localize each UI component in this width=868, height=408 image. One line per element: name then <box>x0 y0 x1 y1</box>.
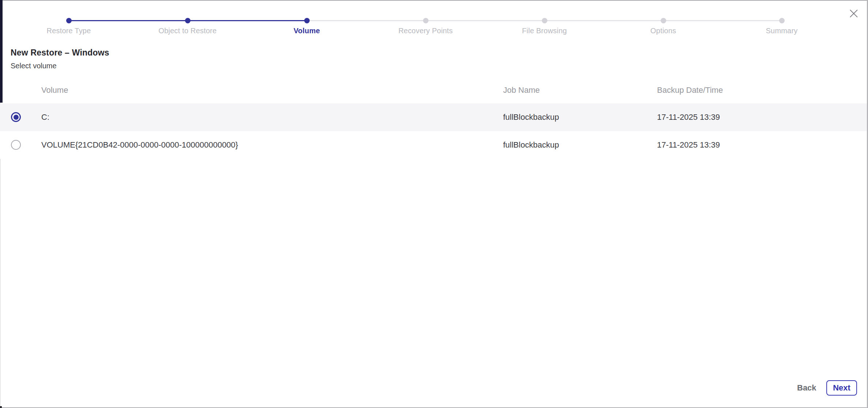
step-label: Summary <box>766 27 798 35</box>
step-dot-icon <box>304 18 310 23</box>
cell-backup-datetime: 17-11-2025 13:39 <box>657 103 720 131</box>
dialog-top-border <box>0 0 868 1</box>
step-label: Object to Restore <box>158 27 216 35</box>
step-dot-icon <box>185 18 190 23</box>
radio-button[interactable] <box>11 140 21 150</box>
radio-button[interactable] <box>11 112 21 122</box>
column-header-volume: Volume <box>41 85 68 96</box>
column-header-backup-datetime: Backup Date/Time <box>657 85 723 96</box>
step-dot-icon <box>542 18 547 23</box>
table-row-volume-guid[interactable]: VOLUME{21CD0B42-0000-0000-0000-100000000… <box>0 131 867 159</box>
next-button[interactable]: Next <box>826 380 857 396</box>
page-subtitle: Select volume <box>11 62 57 70</box>
step-dot-icon <box>66 18 72 23</box>
close-icon[interactable] <box>848 8 859 19</box>
column-header-job-name: Job Name <box>503 85 540 96</box>
background-page-sliver <box>0 0 3 103</box>
table-row-volume-c[interactable]: C: fullBlockbackup 17-11-2025 13:39 <box>0 103 867 131</box>
step-label: Volume <box>294 27 320 35</box>
cell-volume: C: <box>41 103 49 131</box>
step-label: Restore Type <box>47 27 91 35</box>
step-label: Options <box>650 27 676 35</box>
step-dot-icon <box>779 18 785 23</box>
cell-backup-datetime: 17-11-2025 13:39 <box>657 131 720 159</box>
back-button[interactable]: Back <box>793 380 821 396</box>
background-corner-sliver <box>0 406 2 408</box>
restore-wizard-dialog: Restore Type Object to Restore Volume Re… <box>0 0 868 408</box>
cell-job-name: fullBlockbackup <box>503 131 559 159</box>
step-label: File Browsing <box>522 27 567 35</box>
step-label: Recovery Points <box>399 27 453 35</box>
cell-volume: VOLUME{21CD0B42-0000-0000-0000-100000000… <box>41 131 238 159</box>
step-dot-icon <box>661 18 666 23</box>
step-dot-icon <box>423 18 429 23</box>
page-title: New Restore – Windows <box>11 48 109 58</box>
cell-job-name: fullBlockbackup <box>503 103 559 131</box>
